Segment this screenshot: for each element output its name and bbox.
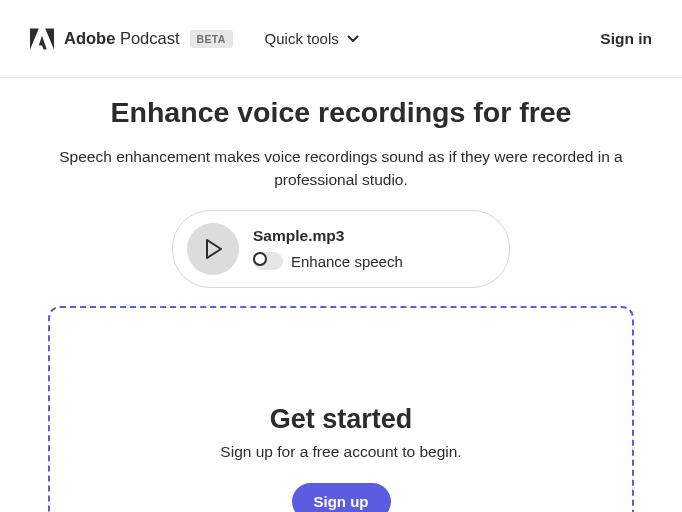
- play-button[interactable]: [187, 223, 239, 275]
- chevron-down-icon: [347, 33, 359, 45]
- page-subtitle: Speech enhancement makes voice recording…: [30, 145, 652, 192]
- sign-in-link[interactable]: Sign in: [600, 30, 652, 48]
- enhance-toggle-row: Enhance speech: [253, 252, 403, 270]
- sign-up-button[interactable]: Sign up: [292, 483, 391, 513]
- get-started-dropzone[interactable]: Get started Sign up for a free account t…: [48, 306, 634, 513]
- header-left-group: Adobe Podcast BETA Quick tools: [30, 28, 359, 50]
- beta-badge: BETA: [190, 30, 233, 48]
- top-header: Adobe Podcast BETA Quick tools Sign in: [0, 0, 682, 78]
- player-info: Sample.mp3 Enhance speech: [253, 227, 403, 270]
- quick-tools-label: Quick tools: [265, 30, 339, 47]
- brand-name: Adobe Podcast: [64, 29, 180, 48]
- enhance-toggle[interactable]: [253, 252, 283, 270]
- page-title: Enhance voice recordings for free: [24, 96, 658, 129]
- get-started-subtext: Sign up for a free account to begin.: [50, 443, 632, 461]
- enhance-toggle-label: Enhance speech: [291, 253, 403, 270]
- play-icon: [205, 239, 223, 259]
- get-started-heading: Get started: [50, 404, 632, 435]
- main-content: Enhance voice recordings for free Speech…: [0, 78, 682, 512]
- sample-filename: Sample.mp3: [253, 227, 403, 245]
- adobe-logo-icon: [30, 28, 54, 50]
- brand-logo-group[interactable]: Adobe Podcast BETA: [30, 28, 233, 50]
- sample-player: Sample.mp3 Enhance speech: [172, 210, 510, 288]
- toggle-knob: [253, 252, 267, 266]
- quick-tools-dropdown[interactable]: Quick tools: [265, 30, 359, 47]
